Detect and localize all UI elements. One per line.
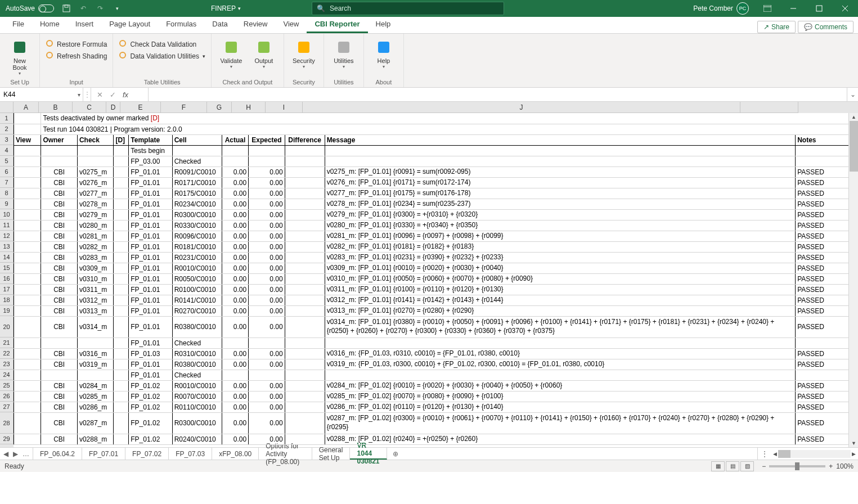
row-header-24[interactable]: 24 — [0, 370, 14, 380]
cell[interactable] — [285, 177, 325, 188]
cell[interactable]: v0275_m: [FP_01.01] {r0091} = sum(r0092-… — [325, 166, 796, 177]
cell[interactable] — [14, 348, 41, 359]
cell[interactable]: 0.00 — [222, 359, 248, 370]
cell[interactable]: v0309_m — [77, 263, 114, 273]
cell[interactable]: 0.00 — [222, 273, 248, 284]
cell[interactable]: FP_01.01 — [129, 263, 172, 273]
cell[interactable]: v0309_m: [FP_01.01] {r0010} = {r0020} + … — [325, 263, 796, 273]
row-header-12[interactable]: 12 — [0, 231, 14, 241]
vertical-scrollbar[interactable]: ▲ ▼ — [848, 113, 858, 447]
row-header-18[interactable]: 18 — [0, 295, 14, 305]
cell[interactable]: Template — [129, 134, 172, 145]
cell[interactable] — [285, 305, 325, 316]
horizontal-scrollbar[interactable]: ◀ ▶ — [771, 448, 858, 460]
cell[interactable]: FP_01.01 — [129, 316, 172, 338]
cell[interactable]: v0314_m: [FP_01.01] {r0380} = {r0010} + … — [325, 316, 796, 338]
cell[interactable]: v0286_m — [77, 402, 114, 412]
cell[interactable] — [325, 370, 796, 380]
cell[interactable]: FP_01.01 — [129, 220, 172, 231]
sheet-tab-fp-07-01[interactable]: FP_07.01 — [82, 448, 125, 460]
cell[interactable] — [14, 305, 41, 316]
cell[interactable] — [285, 231, 325, 241]
cell[interactable]: CBI — [41, 263, 78, 273]
cell[interactable]: v0313_m — [77, 305, 114, 316]
col-header-C[interactable]: C — [73, 102, 106, 113]
share-button[interactable]: ↗Share — [757, 21, 796, 33]
cell[interactable] — [41, 338, 78, 348]
row-header-16[interactable]: 16 — [0, 273, 14, 284]
row-header-6[interactable]: 6 — [0, 166, 14, 177]
cell[interactable] — [114, 166, 129, 177]
cell[interactable] — [14, 156, 41, 166]
fx-icon[interactable]: fx — [123, 91, 128, 99]
cell[interactable] — [114, 209, 129, 220]
cell[interactable]: v0310_m — [77, 273, 114, 284]
cell[interactable] — [285, 273, 325, 284]
cell[interactable] — [285, 199, 325, 209]
cell[interactable] — [285, 391, 325, 402]
cell[interactable] — [114, 252, 129, 263]
cell[interactable] — [14, 199, 41, 209]
cell[interactable]: 0.00 — [249, 199, 285, 209]
cell[interactable]: R0240/C0010 — [172, 434, 222, 444]
cell[interactable]: v0280_m: [FP_01.01] {r0330} = +{r0340} +… — [325, 220, 796, 231]
restore-formula-button[interactable]: Restore Formula — [46, 39, 107, 49]
cell[interactable]: v0319_m: {FP_01.03, r0300, c0010} + {FP_… — [325, 359, 796, 370]
cell[interactable]: v0279_m: [FP_01.01] {r0300} = +{r0310} +… — [325, 209, 796, 220]
cell[interactable]: FP_01.02 — [129, 380, 172, 391]
cell[interactable]: v0281_m — [77, 231, 114, 241]
security-button[interactable]: Security▾ — [290, 36, 318, 69]
cell[interactable]: CBI — [41, 166, 78, 177]
cell[interactable]: CBI — [41, 273, 78, 284]
cell[interactable]: v0288_m — [77, 434, 114, 444]
col-header-G[interactable]: G — [207, 102, 232, 113]
cell[interactable] — [14, 412, 41, 434]
cell[interactable] — [14, 209, 41, 220]
cell[interactable]: 0.00 — [222, 316, 248, 338]
cell[interactable]: R0010/C0010 — [172, 263, 222, 273]
cell[interactable]: CBI — [41, 252, 78, 263]
zoom-slider[interactable] — [769, 465, 825, 467]
cell[interactable]: R0310/C0010 — [172, 348, 222, 359]
cell[interactable]: Tests begin — [129, 145, 172, 156]
cell[interactable]: CBI — [41, 209, 78, 220]
cell[interactable] — [285, 209, 325, 220]
cell[interactable]: R0050/C0010 — [172, 273, 222, 284]
cell[interactable]: R0231/C0010 — [172, 252, 222, 263]
comments-button[interactable]: 💬Comments — [798, 21, 853, 33]
row-header-11[interactable]: 11 — [0, 220, 14, 231]
cell[interactable]: 0.00 — [222, 209, 248, 220]
cell[interactable] — [114, 391, 129, 402]
scroll-down-icon[interactable]: ▼ — [849, 439, 858, 447]
cell[interactable]: R0110/C0010 — [172, 402, 222, 412]
cell[interactable]: v0276_m — [77, 177, 114, 188]
cell[interactable]: CBI — [41, 188, 78, 199]
row-header-25[interactable]: 25 — [0, 380, 14, 391]
tab-help[interactable]: Help — [368, 16, 399, 33]
cell[interactable]: Cell — [172, 134, 222, 145]
col-header-D[interactable]: D — [106, 102, 120, 113]
cell[interactable]: R0010/C0010 — [172, 380, 222, 391]
add-sheet-button[interactable]: ⊕ — [387, 448, 404, 460]
row-header-14[interactable]: 14 — [0, 252, 14, 263]
cell[interactable]: FP_01.01 — [129, 188, 172, 199]
output-button[interactable]: Output▾ — [250, 36, 278, 69]
tab-options-icon[interactable]: ⋮ — [757, 448, 771, 460]
cell[interactable]: CBI — [41, 359, 78, 370]
undo-icon[interactable]: ↶ — [79, 4, 88, 13]
cell[interactable]: FP_01.01 — [129, 305, 172, 316]
scroll-up-icon[interactable]: ▲ — [849, 113, 858, 121]
page-layout-icon[interactable]: ▤ — [726, 461, 739, 471]
cell[interactable]: CBI — [41, 284, 78, 295]
cell[interactable]: FP_01.01 — [129, 370, 172, 380]
cell[interactable] — [114, 359, 129, 370]
maximize-icon[interactable] — [806, 0, 832, 17]
sheet-tab-vr-1044-030821[interactable]: VR 1044 030821 — [350, 448, 387, 460]
cell[interactable]: R0234/C0010 — [172, 199, 222, 209]
cell[interactable]: FP_01.01 — [129, 241, 172, 252]
cell[interactable]: 0.00 — [249, 316, 285, 338]
cell[interactable]: v0311_m: [FP_01.01] {r0100} = {r0110} + … — [325, 284, 796, 295]
cell[interactable]: Check — [77, 134, 114, 145]
cell[interactable]: v0313_m: [FP_01.01] {r0270} = {r0280} + … — [325, 305, 796, 316]
row-header-15[interactable]: 15 — [0, 263, 14, 273]
